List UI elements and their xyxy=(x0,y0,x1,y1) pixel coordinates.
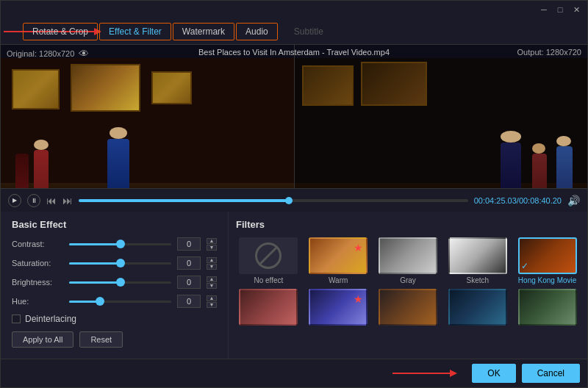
filter-r2f5[interactable] xyxy=(514,289,580,328)
hue-slider[interactable] xyxy=(69,301,171,303)
no-effect-icon xyxy=(255,242,282,269)
filter-label-hk: Hong Kong Movie xyxy=(518,276,577,284)
volume-icon[interactable]: 🔊 xyxy=(567,195,580,206)
filter-r2f1[interactable] xyxy=(236,289,301,328)
tab-rotate-crop[interactable]: Rotate & Crop xyxy=(23,23,98,40)
brightness-row: Brightness: 0 ▲ ▼ xyxy=(12,276,217,289)
filter-r2f2[interactable]: ★ xyxy=(306,289,371,328)
contrast-up[interactable]: ▲ xyxy=(207,238,217,244)
saturation-value: 0 xyxy=(177,256,201,270)
pause-button[interactable]: ⏸ xyxy=(27,194,40,207)
contrast-fill xyxy=(69,243,121,245)
contrast-row: Contrast: 0 ▲ ▼ xyxy=(12,237,217,251)
tab-audio[interactable]: Audio xyxy=(236,23,278,40)
filter-label-sketch: Sketch xyxy=(467,276,490,284)
filter-thumb-r2f4 xyxy=(448,289,507,326)
contrast-down[interactable]: ▼ xyxy=(207,245,217,251)
output-label: Output: 1280x720 xyxy=(517,48,581,57)
filter-label-gray: Gray xyxy=(400,276,416,284)
close-button[interactable]: ✕ xyxy=(571,4,581,15)
hue-up[interactable]: ▲ xyxy=(207,295,217,301)
filter-thumb-r2f5 xyxy=(518,289,577,326)
left-video-preview xyxy=(1,45,295,188)
saturation-up[interactable]: ▲ xyxy=(207,257,217,263)
filter-thumb-hk: ✓ xyxy=(518,237,577,274)
hue-label: Hue: xyxy=(12,297,63,306)
minimize-button[interactable]: ─ xyxy=(539,4,549,15)
hue-thumb[interactable] xyxy=(96,297,104,306)
saturation-thumb[interactable] xyxy=(116,259,125,267)
reset-button[interactable]: Reset xyxy=(79,331,123,348)
brightness-value: 0 xyxy=(177,276,201,289)
tab-subtitle[interactable]: Subtitle xyxy=(294,26,323,37)
brightness-spinner: ▲ ▼ xyxy=(207,276,217,289)
video-filename: Best Places to Visit In Amsterdam - Trav… xyxy=(198,48,390,57)
saturation-down[interactable]: ▼ xyxy=(207,264,217,270)
contrast-spinner: ▲ ▼ xyxy=(207,238,217,251)
progress-bar[interactable] xyxy=(79,199,468,202)
filter-no-effect[interactable]: No effect xyxy=(236,237,301,284)
filter-label-warm: Warm xyxy=(329,276,348,284)
filters-grid: No effect ★ Warm Gray Sketch xyxy=(236,237,580,328)
ok-button[interactable]: OK xyxy=(472,364,515,383)
contrast-label: Contrast: xyxy=(12,240,63,248)
apply-to-all-button[interactable]: Apply to All xyxy=(12,331,74,348)
hue-spinner: ▲ ▼ xyxy=(207,295,217,308)
star-icon-r2f2: ★ xyxy=(354,293,363,305)
maximize-button[interactable]: □ xyxy=(555,4,565,15)
hue-value: 0 xyxy=(177,295,201,308)
deinterlace-checkbox[interactable] xyxy=(12,315,21,323)
saturation-spinner: ▲ ▼ xyxy=(207,257,217,270)
cancel-button[interactable]: Cancel xyxy=(522,364,580,383)
filter-thumb-no-effect xyxy=(239,237,298,274)
contrast-slider[interactable] xyxy=(69,243,171,245)
filter-thumb-r2f1 xyxy=(239,289,298,326)
brightness-up[interactable]: ▲ xyxy=(207,276,217,282)
filter-thumb-gray xyxy=(379,237,437,274)
filter-gray[interactable]: Gray xyxy=(376,237,441,284)
footer: OK Cancel xyxy=(1,359,587,387)
contrast-value: 0 xyxy=(177,237,201,251)
brightness-label: Brightness: xyxy=(12,278,63,287)
contrast-thumb[interactable] xyxy=(116,240,125,248)
brightness-fill xyxy=(69,281,121,284)
time-display: 00:04:25.03/00:08:40.20 xyxy=(474,196,562,205)
filter-thumb-warm: ★ xyxy=(309,237,368,274)
filters-panel: Filters No effect ★ Warm xyxy=(229,212,587,359)
filter-thumb-sketch xyxy=(448,237,507,274)
filter-sketch[interactable]: Sketch xyxy=(445,237,510,284)
saturation-slider[interactable] xyxy=(69,262,171,265)
brightness-down[interactable]: ▼ xyxy=(207,283,217,289)
deinterlace-row: Deinterlacing xyxy=(12,314,217,324)
playback-bar: ▶ ⏸ ⏮ ⏭ 00:04:25.03/00:08:40.20 🔊 xyxy=(1,188,587,212)
filter-thumb-r2f3 xyxy=(379,289,437,326)
video-area: Original: 1280x720 👁 Best Places to Visi… xyxy=(1,45,587,188)
eye-icon[interactable]: 👁 xyxy=(79,48,89,60)
star-icon-warm: ★ xyxy=(354,242,363,254)
tab-watermark[interactable]: Watermark xyxy=(173,23,234,40)
effect-panel: Basic Effect Contrast: 0 ▲ ▼ Saturation: xyxy=(1,212,229,359)
saturation-row: Saturation: 0 ▲ ▼ xyxy=(12,256,217,270)
filter-label-no-effect: No effect xyxy=(254,276,283,284)
original-label: Original: 1280x720 👁 xyxy=(7,48,89,60)
filter-warm[interactable]: ★ Warm xyxy=(306,237,371,284)
filter-r2f4[interactable] xyxy=(445,289,510,328)
skip-back-button[interactable]: ⏮ xyxy=(46,195,57,206)
title-bar: ─ □ ✕ xyxy=(1,1,587,18)
main-window: ─ □ ✕ Rotate & Crop Effect & Filter Wate… xyxy=(0,0,588,388)
red-arrow-footer-icon xyxy=(392,366,459,381)
filter-hk-movie[interactable]: ✓ Hong Kong Movie xyxy=(514,237,580,284)
play-button[interactable]: ▶ xyxy=(8,194,21,207)
brightness-thumb[interactable] xyxy=(116,278,125,287)
saturation-label: Saturation: xyxy=(12,259,63,267)
svg-marker-3 xyxy=(450,370,457,377)
skip-forward-button[interactable]: ⏭ xyxy=(62,195,73,206)
progress-thumb[interactable] xyxy=(285,197,293,204)
right-video-preview xyxy=(295,45,588,188)
hue-down[interactable]: ▼ xyxy=(207,302,217,308)
tab-effect-filter[interactable]: Effect & Filter xyxy=(99,23,171,40)
action-buttons: Apply to All Reset xyxy=(12,331,217,348)
effect-panel-title: Basic Effect xyxy=(12,219,217,230)
filter-r2f3[interactable] xyxy=(376,289,441,328)
brightness-slider[interactable] xyxy=(69,281,171,284)
